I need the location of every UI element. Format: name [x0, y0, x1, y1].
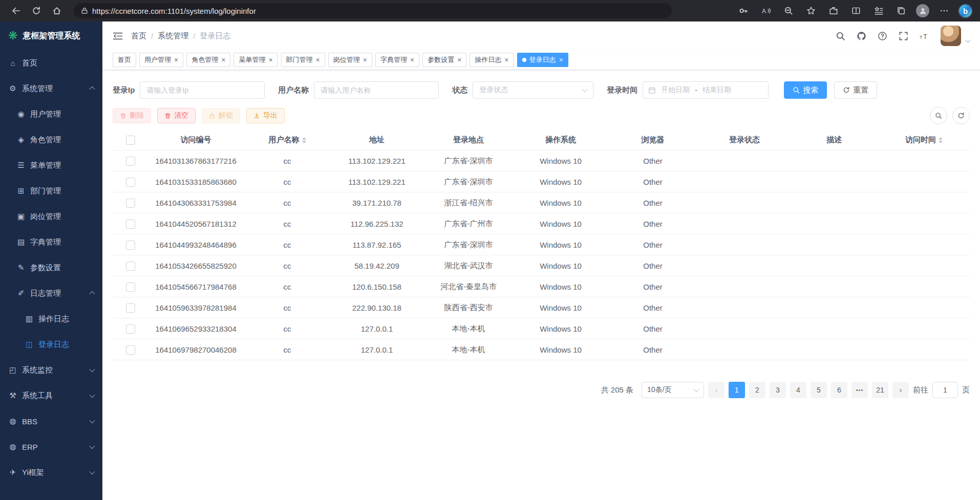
export-button[interactable]: 导出: [246, 108, 285, 123]
tab-dict-management[interactable]: 字典管理×: [375, 53, 419, 67]
user-name-input[interactable]: [314, 81, 439, 99]
tab-close-icon[interactable]: ×: [363, 56, 367, 63]
search-button[interactable]: 搜索: [784, 81, 827, 99]
sidebar-item-dict-management[interactable]: ▤字典管理: [0, 229, 102, 255]
add-favorite-icon[interactable]: [803, 3, 819, 18]
column-header-visit-time[interactable]: 访问时间: [878, 129, 970, 150]
row-checkbox[interactable]: [126, 178, 135, 187]
login-time-range[interactable]: 开始日期 - 结束日期: [643, 81, 769, 99]
start-date-placeholder[interactable]: 开始日期: [661, 85, 690, 95]
extensions-icon[interactable]: [826, 3, 841, 18]
reset-button[interactable]: 重置: [834, 81, 877, 99]
tab-post-management[interactable]: 岗位管理×: [328, 53, 372, 67]
browser-refresh-icon[interactable]: [29, 3, 44, 18]
sidebar-item-param-settings[interactable]: ✎参数设置: [0, 255, 102, 280]
next-page-button[interactable]: ›: [892, 382, 909, 398]
page-button-2[interactable]: 2: [749, 382, 765, 398]
toggle-search-icon[interactable]: [930, 107, 947, 124]
tab-close-icon[interactable]: ×: [316, 56, 320, 63]
browser-back-icon[interactable]: [8, 3, 24, 18]
sidebar-item-erp[interactable]: ◍ERP: [0, 434, 102, 460]
tab-close-icon[interactable]: ×: [174, 56, 178, 63]
tab-operation-log[interactable]: 操作日志×: [470, 53, 514, 67]
tab-login-log[interactable]: 登录日志×: [517, 53, 568, 67]
tab-role-management[interactable]: 角色管理×: [186, 53, 230, 67]
tab-param-settings[interactable]: 参数设置×: [422, 53, 466, 67]
login-ip-input[interactable]: [140, 81, 265, 99]
fullscreen-icon[interactable]: [899, 31, 908, 41]
collections-icon[interactable]: [893, 3, 909, 18]
zoom-out-icon[interactable]: [781, 3, 796, 18]
favorites-icon[interactable]: [871, 3, 886, 18]
page-button-5[interactable]: 5: [811, 382, 827, 398]
split-screen-icon[interactable]: [848, 3, 864, 18]
prev-page-button[interactable]: ‹: [708, 382, 725, 398]
font-size-icon[interactable]: TT: [920, 31, 929, 41]
select-all-checkbox[interactable]: [126, 136, 135, 145]
sidebar-item-log-management[interactable]: ✐日志管理: [0, 280, 102, 306]
sidebar-item-menu-management[interactable]: ☰菜单管理: [0, 153, 102, 178]
tab-home[interactable]: 首页: [113, 53, 136, 67]
sidebar-item-login-log[interactable]: ◫登录日志: [0, 332, 102, 357]
clear-button[interactable]: 清空: [157, 108, 196, 123]
tab-close-icon[interactable]: ×: [410, 56, 414, 63]
column-header-user-name[interactable]: 用户名称: [243, 129, 331, 150]
browser-profile-avatar[interactable]: [916, 4, 929, 17]
github-icon[interactable]: [857, 31, 866, 41]
user-avatar[interactable]: [941, 26, 961, 46]
sort-icon[interactable]: [939, 137, 943, 143]
page-button-4[interactable]: 4: [790, 382, 806, 398]
delete-button[interactable]: 删除: [113, 108, 151, 123]
more-options-icon[interactable]: [936, 3, 952, 18]
row-checkbox[interactable]: [126, 324, 135, 334]
more-pages-icon[interactable]: •••: [851, 382, 868, 398]
page-button-3[interactable]: 3: [770, 382, 786, 398]
sidebar-item-user-management[interactable]: ◉用户管理: [0, 101, 102, 127]
row-checkbox[interactable]: [126, 303, 135, 313]
end-date-placeholder[interactable]: 结束日期: [702, 85, 731, 95]
sidebar-item-system-tools[interactable]: ⚒系统工具: [0, 383, 102, 408]
bing-icon[interactable]: b: [959, 5, 972, 17]
unlock-button[interactable]: 解锁: [202, 108, 240, 123]
tab-close-icon[interactable]: ×: [457, 56, 461, 63]
collapse-sidebar-icon[interactable]: [113, 32, 123, 40]
help-icon[interactable]: [878, 31, 887, 41]
page-button-1[interactable]: 1: [729, 382, 745, 398]
sidebar-item-system-management[interactable]: ⚙系统管理: [0, 76, 102, 101]
status-select[interactable]: 登录状态: [473, 81, 593, 99]
row-checkbox[interactable]: [126, 241, 135, 250]
sort-icon[interactable]: [302, 137, 306, 143]
page-size-select[interactable]: 10条/页: [642, 382, 704, 398]
tab-user-management[interactable]: 用户管理×: [139, 53, 183, 67]
breadcrumb-system[interactable]: 系统管理: [158, 31, 188, 41]
jump-page-input[interactable]: [932, 382, 958, 398]
browser-home-icon[interactable]: [49, 3, 65, 18]
row-checkbox[interactable]: [126, 157, 135, 166]
row-checkbox[interactable]: [126, 220, 135, 229]
refresh-table-icon[interactable]: [952, 107, 970, 124]
breadcrumb-home[interactable]: 首页: [131, 31, 146, 41]
tab-close-icon[interactable]: ×: [559, 56, 563, 63]
row-checkbox[interactable]: [126, 262, 135, 271]
sidebar-item-system-monitor[interactable]: ◰系统监控: [0, 357, 102, 383]
row-checkbox[interactable]: [126, 199, 135, 208]
tab-close-icon[interactable]: ×: [504, 56, 508, 63]
tab-close-icon[interactable]: ×: [221, 56, 225, 63]
address-bar[interactable]: https://ccnetcore.com:1101/system/log/lo…: [74, 3, 672, 18]
sidebar-item-bbs[interactable]: ◍BBS: [0, 408, 102, 434]
sidebar-item-yi-framework[interactable]: ✈Yi框架: [0, 460, 102, 485]
search-icon[interactable]: [836, 31, 845, 41]
tab-close-icon[interactable]: ×: [268, 56, 272, 63]
tab-menu-management[interactable]: 菜单管理×: [233, 53, 278, 67]
sidebar-item-post-management[interactable]: ▣岗位管理: [0, 204, 102, 229]
tab-department-management[interactable]: 部门管理×: [281, 53, 325, 67]
password-key-icon[interactable]: [736, 3, 751, 18]
sidebar-item-department-management[interactable]: ⊞部门管理: [0, 178, 102, 204]
sidebar-item-home[interactable]: ⌂首页: [0, 50, 102, 76]
row-checkbox[interactable]: [126, 345, 135, 355]
page-button-21[interactable]: 21: [872, 382, 888, 398]
row-checkbox[interactable]: [126, 282, 135, 292]
read-aloud-icon[interactable]: A: [758, 3, 774, 18]
sidebar-item-role-management[interactable]: ◈角色管理: [0, 127, 102, 153]
url-text[interactable]: https://ccnetcore.com:1101/system/log/lo…: [92, 7, 256, 15]
